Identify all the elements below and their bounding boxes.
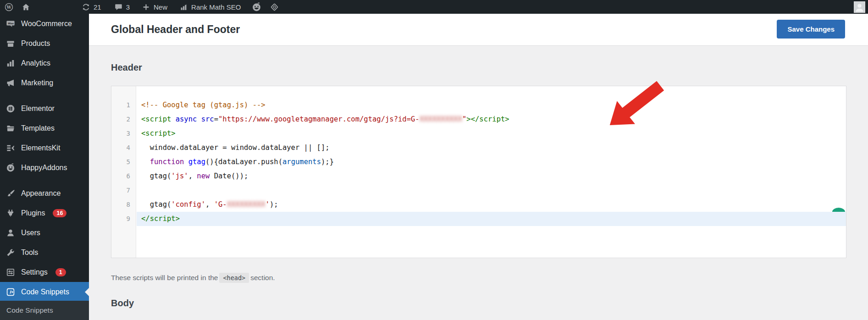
sidebar-item-label: Marketing [21, 79, 53, 87]
sidebar-item-label: Products [21, 39, 50, 48]
happy-smiley-icon [252, 2, 261, 12]
settings-icon [6, 268, 15, 277]
header-scripts-note: These scripts will be printed in the<hea… [111, 274, 275, 282]
sidebar-item-happyaddons[interactable]: HappyAddons [0, 158, 89, 177]
user-avatar[interactable] [854, 1, 865, 13]
menu-separator [0, 93, 89, 99]
red-annotation-arrow [596, 73, 679, 133]
marketing-icon [6, 78, 15, 88]
analytics-icon [6, 59, 15, 68]
diamond-icon [270, 2, 279, 12]
plus-icon [142, 3, 150, 11]
sidebar-item-users[interactable]: Users [0, 223, 89, 243]
rank-math-seo-button[interactable]: Rank Math SEO [179, 0, 241, 14]
update-count-badge: 16 [53, 209, 66, 217]
users-icon [6, 228, 15, 237]
elementor-icon [6, 104, 15, 113]
page-title: Global Header and Footer [111, 23, 240, 36]
sidebar-submenu: Code Snippets [0, 301, 89, 320]
sidebar-item-analytics[interactable]: Analytics [0, 53, 89, 73]
header-code-editor[interactable]: 123456789 <!-- Google tag (gtag.js) --><… [111, 86, 846, 258]
updates-count: 21 [94, 3, 101, 11]
comment-bubble-icon [114, 3, 123, 11]
comments-count: 3 [126, 3, 130, 11]
sidebar-item-elementor[interactable]: Elementor [0, 99, 89, 118]
wordpress-logo-icon: W [5, 3, 13, 11]
sidebar-item-tools[interactable]: Tools [0, 243, 89, 262]
page-header: Global Header and Footer Save Changes [89, 14, 868, 46]
sidebar-item-label: Settings [21, 268, 48, 276]
code-line-2[interactable]: <script async src="https://www.googletag… [137, 112, 846, 127]
rank-math-label: Rank Math SEO [191, 3, 241, 11]
code-line-6[interactable]: gtag('js', new Date()); [137, 169, 846, 183]
code-line-5[interactable]: function gtag(){dataLayer.push(arguments… [137, 155, 846, 169]
sidebar-item-plugins[interactable]: Plugins16 [0, 203, 89, 223]
code-line-9[interactable]: </script> [137, 212, 846, 226]
new-label: New [154, 3, 167, 11]
products-icon [6, 39, 15, 48]
site-home-button[interactable] [22, 0, 30, 14]
sidebar-item-woocommerce[interactable]: WooWooCommerce [0, 14, 89, 33]
line-number-gutter: 123456789 [111, 86, 136, 258]
admin-sidebar: WooWooCommerceProductsAnalyticsMarketing… [0, 14, 89, 320]
line-number: 1 [111, 98, 136, 112]
code-lines: <!-- Google tag (gtag.js) --><script asy… [137, 86, 846, 226]
elementskit-icon [6, 143, 15, 153]
woocommerce-icon: Woo [6, 19, 15, 28]
line-number: 8 [111, 198, 136, 212]
sidebar-item-code-snippets[interactable]: Code Snippets [0, 282, 89, 302]
menu-separator [0, 177, 89, 183]
happyaddons-icon [6, 163, 15, 172]
templates-icon [6, 124, 15, 133]
line-number: 7 [111, 183, 136, 198]
update-refresh-icon [82, 3, 90, 11]
update-count-badge: 1 [55, 268, 66, 276]
elementskit-toolbar-button[interactable] [270, 0, 279, 14]
sidebar-item-appearance[interactable]: Appearance [0, 183, 89, 203]
code-line-3[interactable]: <script> [137, 127, 846, 141]
code-line-7[interactable] [137, 183, 846, 198]
code-snippets-icon [6, 287, 15, 297]
tools-icon [6, 248, 15, 257]
line-number: 6 [111, 169, 136, 183]
code-line-1[interactable]: <!-- Google tag (gtag.js) --> [137, 98, 846, 112]
sidebar-item-label: Analytics [21, 59, 50, 67]
sidebar-item-elementskit[interactable]: ElementsKit [0, 138, 89, 158]
save-changes-button[interactable]: Save Changes [777, 20, 845, 39]
updates-indicator[interactable]: 21 [82, 0, 101, 14]
appearance-icon [6, 189, 15, 198]
wordpress-admin-screen: W 21 3 New Rank Math SEO WooWooCo [0, 0, 868, 320]
happyaddons-toolbar-button[interactable] [252, 0, 261, 14]
code-line-8[interactable]: gtag('config', 'G-XXXXXXXXX'); [137, 198, 846, 212]
line-number: 4 [111, 141, 136, 155]
comments-indicator[interactable]: 3 [114, 0, 130, 14]
wp-logo-menu[interactable]: W [5, 0, 13, 14]
rank-math-chart-icon [179, 3, 188, 11]
body-section-title: Body [111, 298, 134, 309]
redacted-ga-id: XXXXXXXXX [227, 200, 265, 209]
new-content-button[interactable]: New [142, 0, 167, 14]
header-section-title: Header [111, 62, 142, 73]
sidebar-item-label: ElementsKit [21, 144, 60, 152]
head-tag-chip: <head> [219, 273, 249, 283]
sidebar-item-label: Elementor [21, 105, 55, 113]
sidebar-item-marketing[interactable]: Marketing [0, 73, 89, 93]
submenu-item-code-snippets[interactable]: Code Snippets [6, 306, 53, 314]
svg-text:W: W [6, 5, 11, 9]
sidebar-item-products[interactable]: Products [0, 33, 89, 53]
note-prefix: These scripts will be printed in the [111, 274, 218, 281]
redacted-ga-id: XXXXXXXXXX [420, 115, 462, 123]
sidebar-item-label: Templates [21, 124, 55, 132]
svg-text:Woo: Woo [7, 22, 14, 24]
line-number: 3 [111, 127, 136, 141]
sidebar-item-templates[interactable]: Templates [0, 118, 89, 138]
sidebar-item-label: Users [21, 229, 40, 237]
plugins-icon [6, 209, 15, 218]
admin-bar: W 21 3 New Rank Math SEO [0, 0, 868, 14]
home-icon [22, 3, 30, 11]
code-line-4[interactable]: window.dataLayer = window.dataLayer || [… [137, 141, 846, 155]
line-number: 9 [111, 212, 136, 226]
line-number: 5 [111, 155, 136, 169]
sidebar-item-settings[interactable]: Settings1 [0, 262, 89, 282]
sidebar-menu: WooWooCommerceProductsAnalyticsMarketing… [0, 14, 89, 302]
